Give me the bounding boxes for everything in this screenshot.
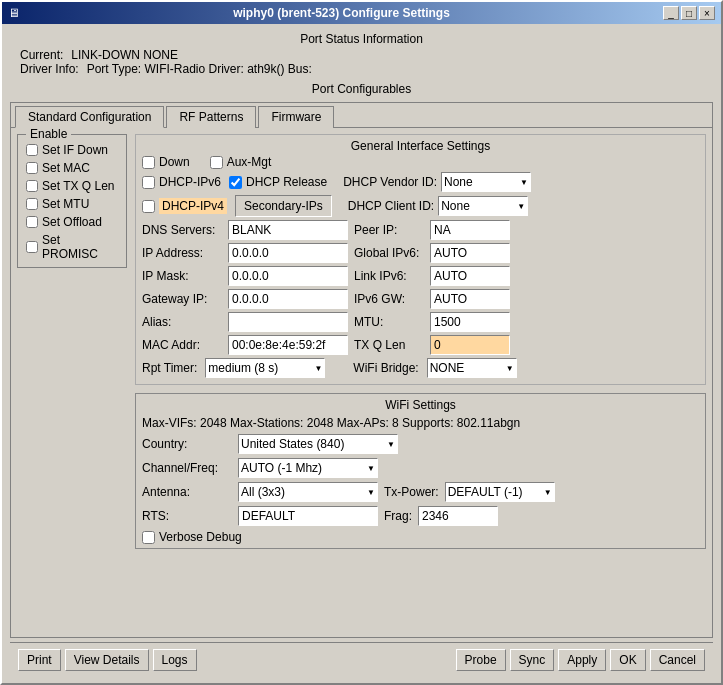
- set-offload-checkbox[interactable]: [26, 216, 38, 228]
- dhcp-release-checkbox[interactable]: [229, 176, 242, 189]
- enable-set-offload: Set Offload: [26, 215, 118, 229]
- enable-set-mac: Set MAC: [26, 161, 118, 175]
- tx-q-input[interactable]: [430, 335, 510, 355]
- dns-input[interactable]: [228, 220, 348, 240]
- current-label: Current:: [20, 48, 63, 62]
- secondary-ips-button[interactable]: Secondary-IPs: [235, 195, 332, 217]
- tx-power-select[interactable]: DEFAULT (-1): [445, 482, 555, 502]
- dhcp-vendor-label: DHCP Vendor ID:: [343, 175, 437, 189]
- global-ipv6-input[interactable]: [430, 243, 510, 263]
- tab-firmware[interactable]: Firmware: [258, 106, 334, 128]
- dhcp-client-row: DHCP Client ID: None: [348, 196, 528, 216]
- cancel-button[interactable]: Cancel: [650, 649, 705, 671]
- dhcp-client-select[interactable]: None: [438, 196, 528, 216]
- down-checkbox-row: Down: [142, 155, 190, 169]
- enable-set-tx-q-len: Set TX Q Len: [26, 179, 118, 193]
- print-button[interactable]: Print: [18, 649, 61, 671]
- set-if-down-label: Set IF Down: [42, 143, 108, 157]
- probe-button[interactable]: Probe: [456, 649, 506, 671]
- set-tx-q-len-checkbox[interactable]: [26, 180, 38, 192]
- peer-ip-input[interactable]: [430, 220, 510, 240]
- mtu-input[interactable]: [430, 312, 510, 332]
- sync-button[interactable]: Sync: [510, 649, 555, 671]
- general-settings-section: General Interface Settings Down Aux-Mgt: [135, 134, 706, 385]
- maximize-button[interactable]: □: [681, 6, 697, 20]
- dhcp-ipv4-label: DHCP-IPv4: [159, 198, 227, 214]
- apply-button[interactable]: Apply: [558, 649, 606, 671]
- current-value: LINK-DOWN NONE: [71, 48, 178, 62]
- rpt-timer-select[interactable]: medium (8 s) fast (4 s) slow (16 s): [205, 358, 325, 378]
- set-if-down-checkbox[interactable]: [26, 144, 38, 156]
- driver-label: Driver Info:: [20, 62, 79, 76]
- enable-group: Enable Set IF Down Set MAC Set TX Q Len: [17, 134, 127, 268]
- minimize-button[interactable]: _: [663, 6, 679, 20]
- wifi-bridge-label: WiFi Bridge:: [353, 361, 418, 375]
- tab-rf-patterns[interactable]: RF Patterns: [166, 106, 256, 128]
- dhcp-ipv6-label: DHCP-IPv6: [159, 175, 221, 189]
- port-configurables-title: Port Configurables: [10, 82, 713, 96]
- left-panel: Enable Set IF Down Set MAC Set TX Q Len: [17, 134, 127, 631]
- tx-q-label: TX Q Len: [354, 338, 424, 352]
- close-button[interactable]: ×: [699, 6, 715, 20]
- verbose-debug-label: Verbose Debug: [159, 530, 242, 544]
- dhcp-vendor-select[interactable]: None: [441, 172, 531, 192]
- antenna-select[interactable]: All (3x3): [238, 482, 378, 502]
- alias-input[interactable]: [228, 312, 348, 332]
- enable-set-if-down: Set IF Down: [26, 143, 118, 157]
- tab-bar: Standard Configuration RF Patterns Firmw…: [11, 103, 712, 128]
- wifi-info: Max-VIFs: 2048 Max-Stations: 2048 Max-AP…: [142, 416, 699, 430]
- logs-button[interactable]: Logs: [153, 649, 197, 671]
- rts-label: RTS:: [142, 509, 232, 523]
- bottom-bar-right: Probe Sync Apply OK Cancel: [456, 649, 705, 671]
- dhcp-ipv6-checkbox[interactable]: [142, 176, 155, 189]
- tabs-container: Standard Configuration RF Patterns Firmw…: [10, 102, 713, 638]
- antenna-label: Antenna:: [142, 485, 232, 499]
- aux-mgt-checkbox[interactable]: [210, 156, 223, 169]
- right-panel: General Interface Settings Down Aux-Mgt: [135, 134, 706, 631]
- ok-button[interactable]: OK: [610, 649, 645, 671]
- gateway-label: Gateway IP:: [142, 292, 222, 306]
- view-details-button[interactable]: View Details: [65, 649, 149, 671]
- ip-mask-label: IP Mask:: [142, 269, 222, 283]
- wifi-settings-section: WiFi Settings Max-VIFs: 2048 Max-Station…: [135, 393, 706, 549]
- driver-value: Port Type: WIFI-Radio Driver: ath9k() Bu…: [87, 62, 312, 76]
- dhcp-client-label: DHCP Client ID:: [348, 199, 434, 213]
- enable-set-mtu: Set MTU: [26, 197, 118, 211]
- mac-input[interactable]: [228, 335, 348, 355]
- ip-mask-input[interactable]: [228, 266, 348, 286]
- ip-address-input[interactable]: [228, 243, 348, 263]
- set-tx-q-len-label: Set TX Q Len: [42, 179, 115, 193]
- set-promisc-checkbox[interactable]: [26, 241, 38, 253]
- dhcp-ipv4-row: DHCP-IPv4: [142, 198, 227, 214]
- set-offload-label: Set Offload: [42, 215, 102, 229]
- ipv6-gw-input[interactable]: [430, 289, 510, 309]
- gateway-input[interactable]: [228, 289, 348, 309]
- current-row: Current: LINK-DOWN NONE: [10, 48, 713, 62]
- frag-input[interactable]: [418, 506, 498, 526]
- verbose-debug-checkbox[interactable]: [142, 531, 155, 544]
- country-select[interactable]: United States (840): [238, 434, 398, 454]
- down-label: Down: [159, 155, 190, 169]
- verbose-debug-row: Verbose Debug: [142, 530, 699, 544]
- enable-legend: Enable: [26, 128, 71, 141]
- channel-select[interactable]: AUTO (-1 Mhz): [238, 458, 378, 478]
- set-mtu-checkbox[interactable]: [26, 198, 38, 210]
- down-checkbox[interactable]: [142, 156, 155, 169]
- enable-set-promisc: Set PROMISC: [26, 233, 118, 261]
- rpt-timer-label: Rpt Timer:: [142, 361, 197, 375]
- title-bar-controls: _ □ ×: [663, 6, 715, 20]
- rts-input[interactable]: [238, 506, 378, 526]
- bottom-bar-left: Print View Details Logs: [18, 649, 197, 671]
- alias-label: Alias:: [142, 315, 222, 329]
- set-mac-checkbox[interactable]: [26, 162, 38, 174]
- tab-standard-configuration[interactable]: Standard Configuration: [15, 106, 164, 128]
- title-icon: 🖥: [8, 6, 20, 20]
- set-promisc-label: Set PROMISC: [42, 233, 118, 261]
- dhcp-ipv4-checkbox[interactable]: [142, 200, 155, 213]
- ip-address-label: IP Address:: [142, 246, 222, 260]
- title-bar: 🖥 wiphy0 (brent-523) Configure Settings …: [2, 2, 721, 24]
- link-ipv6-input[interactable]: [430, 266, 510, 286]
- link-ipv6-label: Link IPv6:: [354, 269, 424, 283]
- wifi-bridge-select[interactable]: NONE: [427, 358, 517, 378]
- ipv6-gw-label: IPv6 GW:: [354, 292, 424, 306]
